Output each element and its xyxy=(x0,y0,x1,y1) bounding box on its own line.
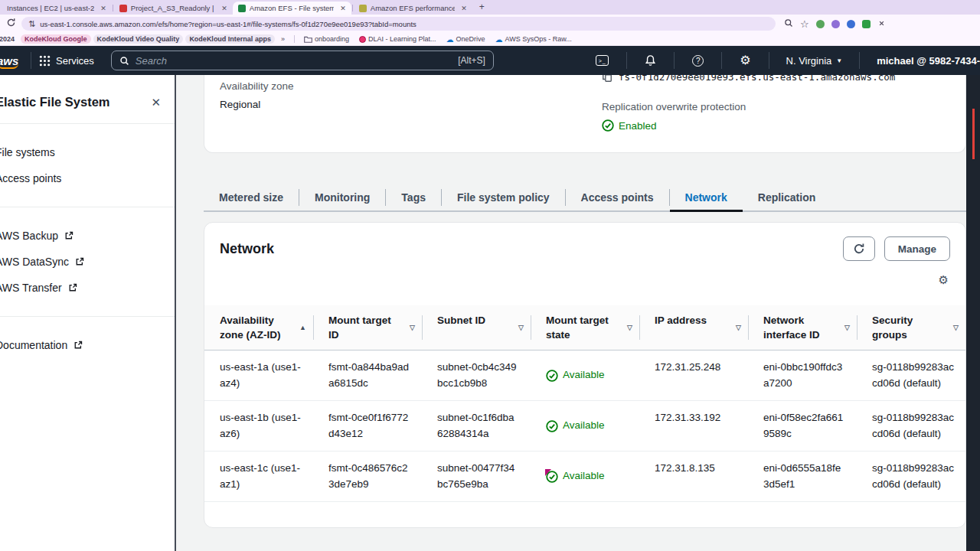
navbar-divider xyxy=(674,52,675,69)
table-row[interactable]: us-east-1a (use1-az4) fsmt-0a844ba9ada68… xyxy=(204,350,965,401)
sort-asc-icon[interactable]: ▲ xyxy=(299,321,306,335)
external-link-icon xyxy=(75,257,84,266)
sort-icon[interactable]: ▽ xyxy=(844,321,850,335)
extension-icon-green[interactable] xyxy=(816,20,825,28)
refresh-button[interactable] xyxy=(843,236,875,261)
tab-monitoring[interactable]: Monitoring xyxy=(299,184,385,210)
sidebar-item-aws-transfer[interactable]: AWS Transfer xyxy=(0,275,175,301)
bookmark-aws-sysops[interactable]: ☁ AWS SysOps - Raw... xyxy=(492,34,576,44)
bookmarks-overflow-icon[interactable]: » xyxy=(277,34,289,44)
tab-file-system-policy[interactable]: File system policy xyxy=(442,184,565,210)
bookmark-group-kodekloud-google[interactable]: KodeKloud Google xyxy=(21,34,91,44)
tab-close-icon[interactable]: ✕ xyxy=(340,5,346,12)
manage-button[interactable]: Manage xyxy=(884,236,950,261)
tab-close-icon[interactable]: ✕ xyxy=(100,5,106,12)
sidebar-item-file-systems[interactable]: File systems xyxy=(0,139,175,165)
reload-icon[interactable] xyxy=(6,17,16,31)
status-text: Available xyxy=(563,418,605,434)
column-header-network-interface-id[interactable]: Network interface ID ▽ xyxy=(748,305,857,350)
help-icon: ? xyxy=(692,55,704,67)
zoom-icon[interactable] xyxy=(784,17,793,31)
browser-tab-efs-docs[interactable]: Amazon EFS performance - Am ✕ xyxy=(354,2,472,15)
sidebar-item-access-points[interactable]: Access points xyxy=(0,165,175,191)
tab-label: Access points xyxy=(581,191,654,204)
browser-tab-ec2[interactable]: Instances | EC2 | us-east-2 ✕ xyxy=(2,2,112,15)
tab-title: Instances | EC2 | us-east-2 xyxy=(7,4,94,12)
account-menu[interactable]: michael @ 5982-7434- xyxy=(867,55,980,67)
status-text: Available xyxy=(563,468,605,484)
bookmark-group-2024[interactable]: 2024 xyxy=(0,34,18,44)
tab-close-icon[interactable]: ✕ xyxy=(461,5,467,12)
sort-icon[interactable]: ▽ xyxy=(627,321,632,335)
address-bar[interactable]: ⇅ us-east-1.console.aws.amazon.com/efs/h… xyxy=(21,17,776,31)
bookmark-group-kodekloud-video[interactable]: KodeKloud Video Quality xyxy=(93,34,184,44)
extension-icon-purple[interactable] xyxy=(831,20,840,28)
bookmark-label: OneDrive xyxy=(456,35,485,43)
console-search-input[interactable]: Search [Alt+S] xyxy=(111,51,494,70)
tab-metered-size[interactable]: Metered size xyxy=(204,184,299,210)
sidebar-item-aws-backup[interactable]: AWS Backup xyxy=(0,223,175,249)
tab-network-active[interactable]: Network xyxy=(670,184,743,210)
column-header-subnet-id[interactable]: Subnet ID ▽ xyxy=(422,305,531,350)
url-text: us-east-1.console.aws.amazon.com/efs/hom… xyxy=(40,20,416,28)
replication-protection-label: Replication overwrite protection xyxy=(602,101,895,112)
url-actions: ☆ xyxy=(784,17,886,31)
table-row[interactable]: us-east-1b (use1-az6) fsmt-0ce0f1f6772d4… xyxy=(204,401,965,452)
browser-tab-efs-active[interactable]: Amazon EFS - File system confi ✕ xyxy=(233,2,351,15)
availability-zone-value: Regional xyxy=(220,99,294,110)
cloudshell-button[interactable]: >_ xyxy=(586,46,619,75)
sort-icon[interactable]: ▽ xyxy=(410,321,415,335)
new-tab-button[interactable]: + xyxy=(479,2,485,12)
cloud-icon: ☁ xyxy=(446,35,454,44)
region-selector[interactable]: N. Virginia ▼ xyxy=(777,55,852,67)
efs-content: Availability zone Regional fs-0f1d270e9e… xyxy=(176,75,966,551)
settings-button[interactable]: ⚙ xyxy=(730,46,760,75)
tab-tags[interactable]: Tags xyxy=(386,184,441,210)
sort-icon[interactable]: ▽ xyxy=(518,321,524,335)
tab-access-points[interactable]: Access points xyxy=(566,184,669,210)
column-header-mount-target-id[interactable]: Mount target ID ▽ xyxy=(313,305,422,350)
sort-icon[interactable]: ▽ xyxy=(736,321,741,335)
sidebar-item-aws-datasync[interactable]: AWS DataSync xyxy=(0,249,175,275)
column-label: Security groups xyxy=(872,315,913,341)
sidebar-item-documentation[interactable]: Documentation xyxy=(0,332,175,358)
folder-icon xyxy=(304,36,312,43)
extension-icon-blue[interactable] xyxy=(847,20,855,28)
bookmark-onedrive[interactable]: ☁ OneDrive xyxy=(443,34,489,44)
bookmark-group-kodekloud-internal[interactable]: KodeKloud Internal apps xyxy=(185,34,275,44)
extensions-menu-icon[interactable] xyxy=(877,17,886,31)
tab-label: File system policy xyxy=(457,191,550,204)
external-link-icon xyxy=(74,341,83,350)
aws-logo[interactable]: aws xyxy=(0,54,23,67)
table-row[interactable]: us-east-1c (use1-az1) fsmt-0c486576c23de… xyxy=(204,452,965,502)
sidebar-close-icon[interactable]: ✕ xyxy=(151,96,161,109)
column-header-security-groups[interactable]: Security groups ▽ xyxy=(857,305,965,350)
column-header-az[interactable]: Availability zone (AZ-ID) ▲ xyxy=(204,305,313,350)
status-available-icon xyxy=(546,420,558,432)
navbar-divider xyxy=(626,52,627,69)
navbar-divider xyxy=(31,52,31,69)
table-preferences-gear-icon[interactable]: ⚙ xyxy=(939,273,949,287)
sort-icon[interactable]: ▽ xyxy=(953,321,959,335)
tab-replication[interactable]: Replication xyxy=(743,184,831,210)
site-info-icon[interactable]: ⇅ xyxy=(28,20,35,28)
region-label: N. Virginia xyxy=(786,55,832,67)
services-menu[interactable]: Services xyxy=(39,55,94,67)
bookmark-star-icon[interactable]: ☆ xyxy=(800,19,809,29)
tab-separator xyxy=(113,5,113,11)
extension-icon-grammarly[interactable] xyxy=(862,20,871,28)
detail-tabs: Metered size Monitoring Tags File system… xyxy=(204,184,966,212)
column-header-ip-address[interactable]: IP address ▽ xyxy=(639,305,748,350)
browser-tab-iam[interactable]: Project_A_S3_Readonly | IAM | ✕ xyxy=(114,2,233,15)
copy-icon[interactable] xyxy=(602,75,612,83)
bookmark-onboarding[interactable]: onboarding xyxy=(300,34,353,44)
main-area: Elastic File System ✕ File systems Acces… xyxy=(0,75,980,551)
tab-close-icon[interactable]: ✕ xyxy=(221,5,227,12)
column-header-mount-target-state[interactable]: Mount target state ▽ xyxy=(531,305,639,350)
bookmark-dlai[interactable]: DLAI - Learning Plat... xyxy=(355,34,440,44)
cell-mount-target-id: fsmt-0a844ba9ada6815dc xyxy=(313,350,422,400)
notifications-button[interactable] xyxy=(635,46,666,75)
help-button[interactable]: ? xyxy=(682,46,714,75)
tab-label: Network xyxy=(685,191,727,204)
status-available-icon xyxy=(546,471,558,483)
